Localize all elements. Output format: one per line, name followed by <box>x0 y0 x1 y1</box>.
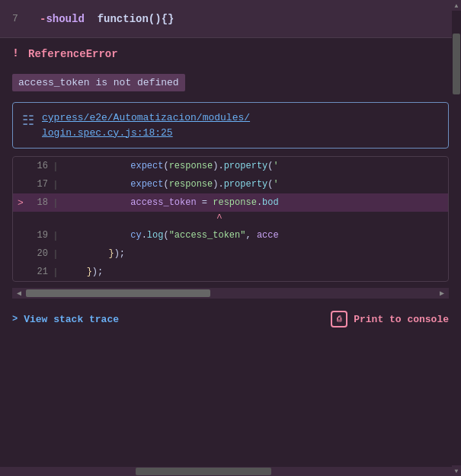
pipe-16: | <box>53 161 59 172</box>
scroll-track[interactable] <box>26 288 435 299</box>
file-path[interactable]: cypress/e2e/Automatizacion/modules/ logi… <box>42 110 250 140</box>
pipe-19: | <box>53 230 59 241</box>
right-scroll-up-button[interactable]: ▲ <box>452 0 461 11</box>
code-line-21: 21 | }); <box>13 263 448 281</box>
scroll-right-button[interactable]: ▶ <box>435 288 449 299</box>
fn-braces: (){} <box>149 13 174 25</box>
error-message-row: access_token is not defined <box>0 69 461 99</box>
view-stack-trace-label: View stack trace <box>24 314 119 325</box>
bottom-scroll-thumb[interactable] <box>136 468 271 475</box>
caret-pipe-space <box>53 212 68 224</box>
code-text-21: }); <box>65 267 103 277</box>
code-text-16: expect(response).property(' <box>65 161 279 171</box>
pipe-17: | <box>53 179 59 190</box>
fn-name: should <box>46 13 84 25</box>
line-num-18: 18 <box>28 197 53 208</box>
file-path-line1: cypress/e2e/Automatizacion/modules/ <box>42 112 250 123</box>
file-path-line2: login.spec.cy.js:18:25 <box>42 127 173 139</box>
code-line-18: > 18 | access_token = response.bod <box>13 193 448 212</box>
caret-line: ^ <box>13 212 448 226</box>
code-line-17: 17 | expect(response).property(' <box>13 175 448 193</box>
main-container: 7 -should function(){} ! ReferenceError … <box>0 0 461 476</box>
pipe-21: | <box>53 267 59 278</box>
print-to-console-label: Print to console <box>354 314 449 325</box>
fn-keyword: function <box>98 13 149 25</box>
stack-trace-arrow-icon: > <box>12 314 18 324</box>
pipe-18: | <box>53 197 59 209</box>
caret-text: ^ <box>68 212 222 224</box>
right-scrollbar[interactable]: ▲ ▼ <box>452 0 461 476</box>
file-reference-box[interactable]: ☷ cypress/e2e/Automatizacion/modules/ lo… <box>12 102 449 149</box>
line-num-21: 21 <box>28 267 53 277</box>
error-type: ReferenceError <box>28 48 118 60</box>
print-to-console-button[interactable]: ⎙ Print to console <box>331 311 449 327</box>
code-text-20: }); <box>65 248 125 259</box>
caret-ln-space <box>28 212 53 224</box>
header-code: -should function(){} <box>40 13 174 25</box>
code-block: 16 | expect(response).property(' 17 | ex… <box>12 156 449 282</box>
bottom-scrollbar[interactable] <box>0 467 452 476</box>
header-row: 7 -should function(){} <box>0 0 461 38</box>
line-num-16: 16 <box>28 161 53 171</box>
scroll-left-button[interactable]: ◀ <box>12 288 26 299</box>
exclamation-icon: ! <box>12 47 19 60</box>
code-line-19: 19 | cy.log("access_token", acce <box>13 226 448 244</box>
error-message: access_token is not defined <box>12 74 185 91</box>
line-num-17: 17 <box>28 179 53 190</box>
line-num-19: 19 <box>28 230 53 241</box>
right-scroll-track[interactable] <box>452 11 461 465</box>
right-scroll-thumb[interactable] <box>453 34 460 94</box>
error-type-row: ! ReferenceError <box>0 38 461 69</box>
code-text-18: access_token = response.bod <box>65 197 279 208</box>
header-line-number: 7 <box>12 13 27 24</box>
code-text-19: cy.log("access_token", acce <box>65 230 279 241</box>
bottom-scroll-inner[interactable] <box>0 467 452 476</box>
scroll-thumb[interactable] <box>26 289 210 297</box>
code-line-20: 20 | }); <box>13 244 448 263</box>
horizontal-scrollbar[interactable]: ◀ ▶ <box>12 288 449 299</box>
code-text-17: expect(response).property(' <box>65 179 279 190</box>
arrow-18: > <box>13 197 28 209</box>
pipe-20: | <box>53 248 59 260</box>
right-scroll-down-button[interactable]: ▼ <box>452 465 461 476</box>
bottom-actions: > View stack trace ⎙ Print to console <box>0 299 461 335</box>
view-stack-trace-button[interactable]: > View stack trace <box>12 314 119 325</box>
file-icon: ☷ <box>22 112 34 129</box>
line-num-20: 20 <box>28 248 53 259</box>
print-icon: ⎙ <box>331 311 347 327</box>
code-line-16: 16 | expect(response).property(' <box>13 157 448 175</box>
caret-spacer <box>13 212 28 224</box>
